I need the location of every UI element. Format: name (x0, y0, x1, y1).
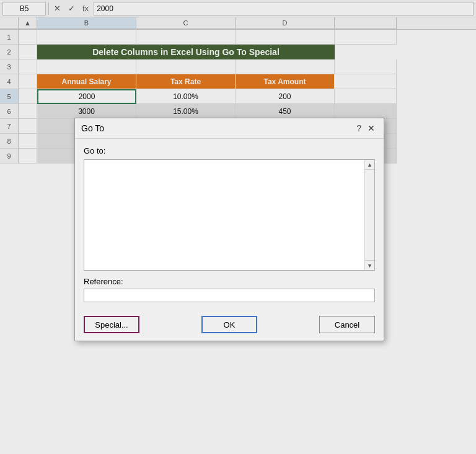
dialog-body: Go to: ▲ ▼ Reference: (75, 139, 384, 310)
ok-button-label: OK (224, 320, 236, 330)
scrollbar-up-arrow[interactable]: ▲ (365, 160, 375, 170)
ok-button[interactable]: OK (201, 316, 257, 333)
goto-listbox[interactable]: ▲ ▼ (84, 159, 375, 271)
reference-label-text: Reference: (84, 277, 123, 286)
goto-label-text: Go to: (84, 146, 105, 155)
reference-input[interactable] (84, 289, 375, 302)
special-button-label: Special... (95, 320, 128, 330)
goto-label: Go to: (84, 146, 375, 155)
reference-section: Reference: (84, 277, 375, 302)
goto-dialog: Go To ? ✕ Go to: ▲ ▼ Reference: (74, 118, 384, 341)
cancel-button[interactable]: Cancel (319, 316, 375, 333)
excel-container: B5 ✕ ✓ fx ▲ B C D 1 2 3 4 5 (0, 0, 476, 454)
dialog-controls: ? ✕ (356, 122, 377, 134)
dialog-help-icon[interactable]: ? (356, 123, 361, 133)
reference-label: Reference: (84, 277, 375, 286)
dialog-buttons: Special... OK Cancel (75, 310, 384, 341)
scrollbar-down-arrow[interactable]: ▼ (365, 260, 375, 270)
dialog-close-button[interactable]: ✕ (365, 122, 377, 134)
cancel-button-label: Cancel (335, 320, 359, 330)
dialog-titlebar: Go To ? ✕ (75, 118, 384, 139)
special-button[interactable]: Special... (84, 316, 139, 333)
dialog-title: Go To (81, 123, 104, 133)
listbox-scrollbar[interactable]: ▲ ▼ (364, 160, 374, 270)
